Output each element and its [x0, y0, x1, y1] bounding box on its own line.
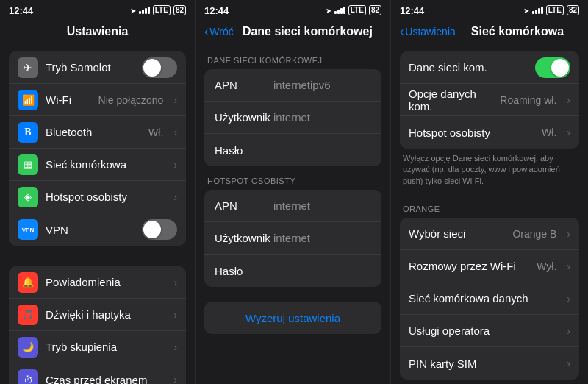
settings-list-1: Tryb Samolot 📶 Wi-Fi Nie połączono › B B…	[0, 46, 195, 384]
cellular-data-panel: 12:44 ➤ LTE 82 ‹ Wróć Dane sieci komórko…	[196, 0, 391, 384]
hotspot-user-value: internet	[273, 232, 310, 244]
notifications-chevron: ›	[173, 277, 177, 288]
screentime-label: Czas przed ekranem	[46, 374, 166, 385]
focus-label: Tryb skupienia	[46, 341, 166, 353]
hotspot-password-row[interactable]: Hasło	[204, 255, 381, 287]
hotspot-label: Hotspot osobisty	[46, 191, 166, 203]
hotspot-apn-value: internet	[273, 199, 310, 212]
battery-1: 82	[173, 5, 186, 15]
network-list: Dane sieci kom. Opcje danych kom. Roamin…	[391, 46, 588, 384]
carrier-services-chevron: ›	[567, 325, 570, 337]
notifications-icon: 🔔	[18, 272, 38, 293]
sounds-chevron: ›	[173, 309, 177, 321]
row-hotspot[interactable]: ◈ Hotspot osobisty ›	[9, 181, 186, 213]
back-chevron-3: ‹	[400, 25, 404, 38]
back-label-3: Ustawienia	[405, 26, 455, 38]
roaming-label: Opcje danych kom.	[409, 88, 492, 113]
back-chevron-2: ‹	[204, 25, 208, 38]
back-button-2[interactable]: ‹ Wróć	[204, 25, 234, 38]
hotspot-chevron: ›	[173, 191, 177, 203]
user-value: internet	[273, 111, 310, 124]
nav-bar-1: Ustawienia	[0, 19, 195, 46]
signal-bars-2	[334, 7, 345, 14]
row-roaming[interactable]: Opcje danych kom. Roaming wł. ›	[400, 84, 579, 116]
row-cellular-data[interactable]: Dane sieci kom.	[400, 51, 579, 84]
row-sounds[interactable]: 🎵 Dźwięki i haptyka ›	[9, 299, 186, 331]
bluetooth-value: Wł.	[148, 127, 163, 138]
network-selection-value: Orange B	[512, 228, 556, 240]
roaming-chevron: ›	[567, 94, 570, 106]
row-personal-hotspot[interactable]: Hotspot osobisty Wł. ›	[400, 116, 579, 149]
row-data-network[interactable]: Sieć komórkowa danych ›	[400, 282, 579, 315]
data-network-chevron: ›	[567, 293, 570, 305]
row-sim-pin[interactable]: PIN karty SIM ›	[400, 347, 579, 380]
personal-hotspot-chevron: ›	[567, 127, 570, 138]
panel1-title: Ustawienia	[9, 25, 186, 38]
sounds-icon: 🎵	[18, 305, 38, 325]
panel2-title: Dane sieci komórkowej	[234, 25, 381, 38]
row-wifi-calling[interactable]: Rozmowy przez Wi-Fi Wył. ›	[400, 250, 579, 282]
sim-pin-label: PIN karty SIM	[409, 358, 559, 370]
password-label: Hasło	[215, 144, 273, 157]
hotspot-apn-row[interactable]: APN internet	[204, 190, 381, 222]
cellular-icon: ▦	[18, 154, 38, 175]
time-2: 12:44	[204, 5, 229, 16]
cellular-chevron: ›	[173, 159, 177, 171]
reset-button[interactable]: Wyzeruj ustawienia	[204, 302, 381, 334]
time-3: 12:44	[400, 5, 424, 16]
status-bar-1: 12:44 ➤ LTE 82	[0, 0, 195, 19]
personal-hotspot-label: Hotspot osobisty	[409, 127, 534, 139]
status-icons-3: ➤ LTE 82	[523, 5, 579, 15]
apn-value: internetipv6	[273, 79, 331, 91]
status-bar-3: 12:44 ➤ LTE 82	[391, 0, 588, 19]
roaming-value: Roaming wł.	[500, 94, 556, 106]
orange-section-label: ORANGE	[391, 194, 588, 218]
nav-bar-3: ‹ Ustawienia Sieć komórkowa	[391, 19, 588, 46]
hotspot-icon: ◈	[18, 187, 38, 207]
nav-bar-2: ‹ Wróć Dane sieci komórkowej	[196, 19, 390, 46]
panel3-title: Sieć komórkowa	[456, 25, 579, 38]
apn-label: APN	[215, 79, 273, 91]
network-selection-label: Wybór sieci	[409, 227, 505, 240]
row-vpn[interactable]: VPN VPN	[9, 213, 186, 246]
row-airplane[interactable]: Tryb Samolot	[9, 51, 186, 84]
cellular-data-list: DANE SIECI KOMÓRKOWEJ APN internetipv6 U…	[196, 46, 390, 384]
back-label-2: Wróć	[209, 26, 233, 38]
network-group-2: Wybór sieci Orange B › Rozmowy przez Wi-…	[400, 218, 579, 380]
screentime-icon: ⏱	[18, 369, 38, 384]
row-screentime[interactable]: ⏱ Czas przed ekranem ›	[9, 363, 186, 384]
user-row[interactable]: Użytkownik internet	[204, 102, 381, 134]
time-1: 12:44	[9, 5, 33, 16]
row-carrier-services[interactable]: Usługi operatora ›	[400, 315, 579, 347]
hotspot-apn-label: APN	[215, 199, 273, 212]
cellular-section-label: DANE SIECI KOMÓRKOWEJ	[196, 46, 390, 69]
settings-group-2: 🔔 Powiadomienia › 🎵 Dźwięki i haptyka › …	[9, 266, 186, 384]
cellular-data-label: Dane sieci kom.	[409, 61, 528, 74]
row-network-selection[interactable]: Wybór sieci Orange B ›	[400, 218, 579, 250]
data-network-label: Sieć komórkowa danych	[409, 292, 559, 305]
focus-chevron: ›	[173, 341, 177, 353]
wifi-calling-label: Rozmowy przez Wi-Fi	[409, 260, 529, 272]
apn-row[interactable]: APN internetipv6	[204, 69, 381, 102]
hotspot-user-row[interactable]: Użytkownik internet	[204, 222, 381, 255]
password-row[interactable]: Hasło	[204, 134, 381, 166]
row-focus[interactable]: 🌙 Tryb skupienia ›	[9, 331, 186, 363]
lte-badge-1: LTE	[153, 5, 171, 15]
network-panel: 12:44 ➤ LTE 82 ‹ Ustawienia Sieć komórko…	[391, 0, 588, 384]
screentime-chevron: ›	[173, 374, 177, 384]
vpn-toggle[interactable]	[142, 219, 177, 240]
hotspot-section-label: HOTSPOT OSOBISTY	[196, 166, 390, 190]
row-bluetooth[interactable]: B Bluetooth Wł. ›	[9, 116, 186, 149]
bluetooth-label: Bluetooth	[46, 126, 141, 138]
wifi-calling-value: Wył.	[537, 260, 556, 272]
user-label: Użytkownik	[215, 111, 273, 124]
airplane-toggle[interactable]	[142, 57, 177, 78]
row-wifi[interactable]: 📶 Wi-Fi Nie połączono ›	[9, 84, 186, 116]
settings-panel: 12:44 ➤ LTE 82 Ustawienia Tryb Samolot	[0, 0, 196, 384]
back-button-3[interactable]: ‹ Ustawienia	[400, 25, 456, 38]
wifi-calling-chevron: ›	[567, 260, 570, 272]
battery-2: 82	[369, 5, 381, 15]
row-cellular[interactable]: ▦ Sieć komórkowa ›	[9, 149, 186, 181]
cellular-data-toggle[interactable]	[535, 57, 570, 78]
row-notifications[interactable]: 🔔 Powiadomienia ›	[9, 266, 186, 299]
